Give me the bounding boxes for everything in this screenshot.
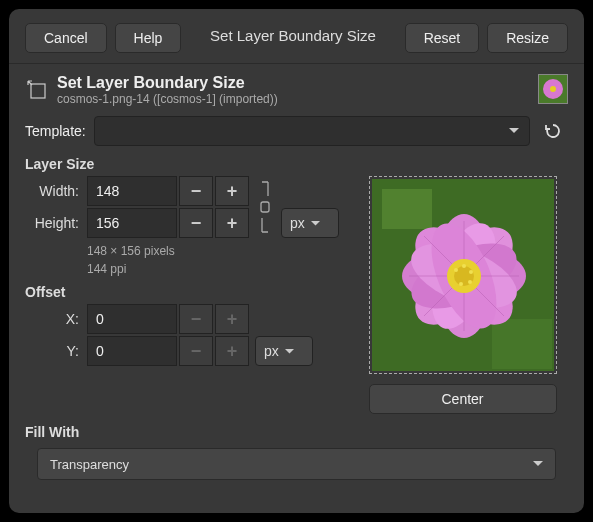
dialog: Cancel Help Set Layer Boundary Size Rese… [9, 9, 584, 513]
fill-row: Transparency [9, 444, 584, 480]
fill-with-dropdown[interactable]: Transparency [37, 448, 556, 480]
chevron-down-icon [311, 221, 320, 226]
svg-point-3 [550, 86, 556, 92]
svg-rect-4 [261, 202, 269, 212]
fill-with-heading: Fill With [9, 414, 584, 444]
cancel-button[interactable]: Cancel [25, 23, 107, 53]
offset-x-increment-button[interactable]: + [215, 304, 249, 334]
size-grid: Width: − + Height: − + [25, 176, 249, 238]
width-input[interactable] [87, 176, 177, 206]
svg-rect-6 [382, 189, 432, 229]
ppi-readout: 144 ppi [87, 260, 339, 278]
height-label: Height: [25, 215, 85, 231]
offset-y-input[interactable] [87, 336, 177, 366]
chevron-down-icon [285, 349, 294, 354]
template-dropdown[interactable] [94, 116, 530, 146]
offset-y-label: Y: [59, 343, 85, 359]
template-row: Template: [9, 112, 584, 150]
svg-point-27 [469, 270, 473, 274]
template-reset-button[interactable] [538, 116, 568, 146]
offset-unit-value: px [264, 343, 279, 359]
offset-y-decrement-button[interactable]: − [179, 336, 213, 366]
title-bar-label: Set Layer Boundary Size [189, 23, 396, 53]
chevron-down-icon [533, 461, 543, 467]
header-text: Set Layer Boundary Size cosmos-1.png-14 … [57, 74, 278, 106]
size-unit-dropdown[interactable]: px [281, 208, 339, 238]
svg-point-30 [462, 264, 466, 268]
svg-rect-7 [492, 319, 552, 369]
height-decrement-button[interactable]: − [179, 208, 213, 238]
header: Set Layer Boundary Size cosmos-1.png-14 … [9, 64, 584, 112]
dialog-subtitle: cosmos-1.png-14 ([cosmos-1] (imported)) [57, 92, 278, 106]
resize-button[interactable]: Resize [487, 23, 568, 53]
preview-frame[interactable] [369, 176, 557, 374]
template-label: Template: [25, 123, 86, 139]
size-unit-value: px [290, 215, 305, 231]
dimensions-readout: 148 × 156 pixels 144 ppi [25, 238, 339, 278]
pixel-dimensions: 148 × 156 pixels [87, 242, 339, 260]
center-button[interactable]: Center [369, 384, 557, 414]
offset-y-increment-button[interactable]: + [215, 336, 249, 366]
controls-column: Width: − + Height: − + px [25, 176, 339, 414]
svg-point-26 [454, 268, 458, 272]
body: Width: − + Height: − + px [9, 176, 584, 414]
height-increment-button[interactable]: + [215, 208, 249, 238]
offset-x-input[interactable] [87, 304, 177, 334]
height-input[interactable] [87, 208, 177, 238]
preview-column: Center [357, 176, 568, 414]
svg-point-29 [468, 280, 472, 284]
button-bar: Cancel Help Set Layer Boundary Size Rese… [9, 9, 584, 64]
preview-image [372, 179, 554, 371]
resize-layer-icon [25, 78, 47, 100]
reset-button[interactable]: Reset [405, 23, 480, 53]
layer-size-heading: Layer Size [9, 150, 584, 176]
chain-link-icon[interactable] [255, 178, 275, 236]
fill-with-value: Transparency [50, 457, 129, 472]
layer-thumbnail [538, 74, 568, 104]
width-decrement-button[interactable]: − [179, 176, 213, 206]
offset-grid: X: − + Y: − + [59, 304, 249, 366]
offset-x-label: X: [59, 311, 85, 327]
width-label: Width: [25, 183, 85, 199]
offset-unit-dropdown[interactable]: px [255, 336, 313, 366]
width-increment-button[interactable]: + [215, 176, 249, 206]
svg-point-28 [459, 282, 463, 286]
offset-heading: Offset [25, 278, 339, 304]
svg-rect-0 [31, 84, 45, 98]
offset-x-decrement-button[interactable]: − [179, 304, 213, 334]
help-button[interactable]: Help [115, 23, 182, 53]
dialog-title: Set Layer Boundary Size [57, 74, 278, 92]
chevron-down-icon [509, 128, 519, 134]
